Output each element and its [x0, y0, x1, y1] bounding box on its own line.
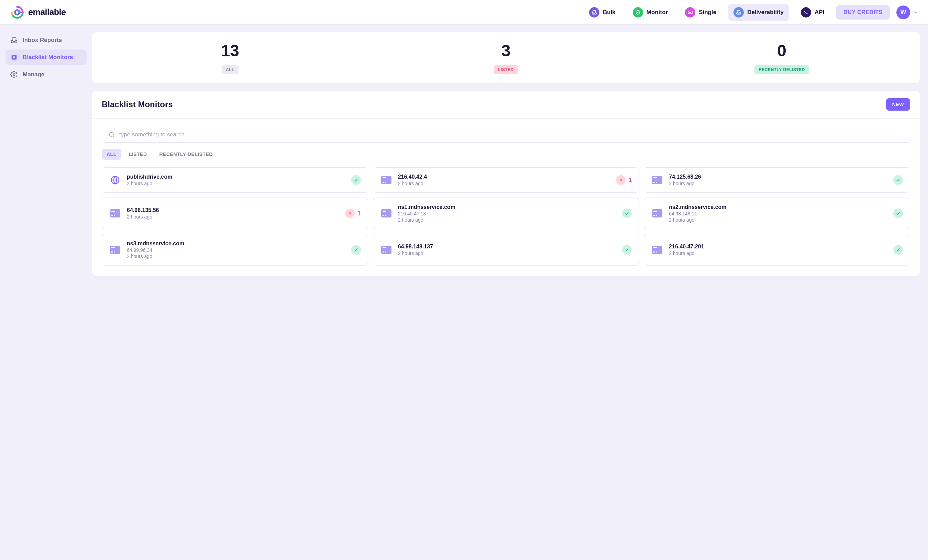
monitor-card[interactable]: ns2.mdnsservice.com64.98.148.112 hours a… — [644, 198, 910, 229]
monitor-sub: 216.40.47.18 — [398, 211, 617, 216]
monitor-card[interactable]: 64.98.148.1372 hours ago — [373, 234, 639, 266]
server-icon — [380, 174, 392, 186]
check-icon — [351, 245, 361, 254]
monitor-name: 216.40.42.4 — [398, 174, 611, 180]
server-icon — [651, 243, 663, 256]
logo[interactable]: emailable — [10, 5, 66, 20]
globe-icon — [109, 174, 121, 186]
stat-value: 3 — [501, 43, 511, 59]
buy-credits-button[interactable]: BUY CREDITS — [836, 5, 890, 20]
x-icon — [616, 175, 626, 185]
nav-single[interactable]: Single — [679, 4, 722, 21]
monitor-name: publishdrive.com — [127, 174, 346, 180]
svg-rect-1 — [688, 11, 692, 14]
server-icon — [109, 243, 121, 256]
filter-all[interactable]: ALL — [102, 149, 121, 160]
sidebar-item-label: Inbox Reports — [23, 37, 62, 44]
monitor-card-text: 216.40.42.42 hours ago — [398, 174, 611, 186]
monitor-time: 2 hours ago — [669, 217, 888, 223]
search-input[interactable] — [119, 131, 904, 138]
logo-swirl-icon — [10, 5, 25, 20]
nav-api[interactable]: API — [795, 4, 830, 21]
inbox-icon — [733, 7, 744, 18]
server-icon — [651, 174, 663, 186]
nav-deliverability-label: Deliverability — [747, 9, 784, 16]
main-content: 13 ALL 3 LISTED 0 RECENTLY DELISTED Blac… — [92, 25, 928, 290]
monitor-time: 2 hours ago — [669, 181, 888, 186]
monitor-card[interactable]: ns3.mdnsservice.com64.99.96.342 hours ag… — [102, 234, 368, 266]
monitor-name: 64.98.148.137 — [398, 243, 617, 250]
monitor-time: 2 hours ago — [398, 217, 617, 223]
check-icon — [351, 175, 361, 185]
monitor-card-text: ns1.mdnsservice.com216.40.47.182 hours a… — [398, 204, 617, 223]
x-icon — [345, 208, 355, 218]
stat-all: 13 ALL — [92, 43, 368, 74]
monitor-status — [622, 245, 632, 254]
check-icon — [622, 245, 632, 254]
monitor-time: 2 hours ago — [398, 250, 617, 256]
terminal-icon — [801, 7, 811, 18]
stat-listed: 3 LISTED — [368, 43, 644, 74]
gear-icon — [10, 71, 18, 78]
monitor-time: 2 hours ago — [398, 181, 611, 186]
monitor-status — [893, 208, 903, 218]
monitor-name: 74.125.68.26 — [669, 174, 888, 180]
svg-point-6 — [109, 132, 113, 136]
check-icon — [893, 245, 903, 254]
sidebar: Inbox Reports Blacklist Monitors Manage — [0, 25, 92, 290]
monitor-grid: publishdrive.com2 hours ago216.40.42.42 … — [102, 167, 910, 266]
nav-monitor-label: Monitor — [647, 9, 668, 16]
monitor-name: ns1.mdnsservice.com — [398, 204, 617, 210]
new-monitor-button[interactable]: NEW — [886, 98, 910, 111]
monitor-card-text: 216.40.47.2012 hours ago — [669, 243, 888, 256]
sidebar-item-label: Manage — [23, 71, 44, 78]
stat-label: ALL — [222, 65, 238, 74]
monitor-status — [622, 208, 632, 218]
nav-monitor[interactable]: Monitor — [627, 4, 673, 21]
top-nav: Bulk Monitor Single Deliverability API — [584, 4, 918, 21]
nav-deliverability[interactable]: Deliverability — [728, 4, 789, 21]
avatar: W — [896, 6, 910, 19]
sidebar-item-manage[interactable]: Manage — [6, 67, 87, 82]
monitor-card-text: 64.98.148.1372 hours ago — [398, 243, 617, 256]
panel-header: Blacklist Monitors NEW — [92, 91, 920, 119]
stat-label: LISTED — [494, 65, 518, 74]
monitor-time: 2 hours ago — [127, 254, 346, 259]
monitor-sub: 64.99.96.34 — [127, 247, 346, 253]
stat-value: 0 — [777, 43, 786, 59]
monitor-card-text: publishdrive.com2 hours ago — [127, 174, 346, 186]
monitor-card[interactable]: 216.40.47.2012 hours ago — [644, 234, 910, 266]
listed-count: 1 — [628, 177, 632, 184]
monitor-card[interactable]: 64.98.135.562 hours ago1 — [102, 198, 368, 229]
monitor-name: ns2.mdnsservice.com — [669, 204, 888, 210]
monitor-time: 2 hours ago — [669, 250, 888, 256]
filter-listed[interactable]: LISTED — [124, 149, 152, 160]
filter-recently-delisted[interactable]: RECENTLY DELISTED — [155, 149, 218, 160]
monitor-status — [893, 245, 903, 254]
shield-icon — [633, 7, 643, 18]
search-field[interactable] — [102, 127, 910, 143]
svg-point-5 — [13, 73, 15, 76]
mail-icon — [685, 7, 695, 18]
monitor-status — [893, 175, 903, 185]
blacklist-icon — [10, 53, 18, 61]
sidebar-item-inbox-reports[interactable]: Inbox Reports — [6, 32, 87, 48]
check-icon — [893, 175, 903, 185]
monitor-card-text: ns2.mdnsservice.com64.98.148.112 hours a… — [669, 204, 888, 223]
monitor-card-text: ns3.mdnsservice.com64.99.96.342 hours ag… — [127, 240, 346, 259]
monitor-card[interactable]: 74.125.68.262 hours ago — [644, 167, 910, 193]
monitor-card[interactable]: publishdrive.com2 hours ago — [102, 167, 368, 193]
sidebar-item-label: Blacklist Monitors — [23, 54, 73, 61]
monitor-card[interactable]: ns1.mdnsservice.com216.40.47.182 hours a… — [373, 198, 639, 229]
chevron-down-icon — [913, 10, 918, 15]
listed-count: 1 — [357, 210, 361, 217]
server-icon — [380, 207, 392, 219]
server-icon — [380, 243, 392, 256]
user-menu[interactable]: W — [896, 6, 918, 19]
sidebar-item-blacklist-monitors[interactable]: Blacklist Monitors — [6, 49, 87, 65]
stat-label: RECENTLY DELISTED — [754, 65, 809, 74]
nav-bulk[interactable]: Bulk — [584, 4, 621, 21]
monitor-card[interactable]: 216.40.42.42 hours ago1 — [373, 167, 639, 193]
monitor-status — [351, 175, 361, 185]
monitors-panel: Blacklist Monitors NEW ALL LISTED RECENT… — [92, 91, 920, 276]
